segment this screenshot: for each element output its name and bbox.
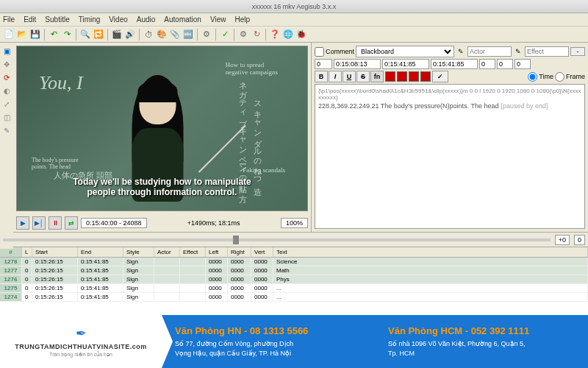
open-icon[interactable]: 📂 [16,29,28,40]
settings-icon[interactable]: ⚙ [237,29,249,40]
margin-l-input[interactable] [479,59,495,69]
cell-effect [180,284,206,292]
frame-info: +1490ms; 18:1ms [187,219,240,227]
commit-button[interactable]: ✓ [432,71,448,82]
pause-button[interactable]: ⏸ [49,216,62,230]
comment-checkbox[interactable] [315,47,324,57]
color2-swatch[interactable] [397,71,407,82]
margin-r-input[interactable] [497,59,513,69]
replace-icon[interactable]: 🔁 [93,29,104,40]
video-display[interactable]: You, I How to spread negative campaigns … [16,46,308,211]
table-row[interactable]: 127700:15:26:150:15:41:85Sign00000000000… [0,266,588,275]
clip-tool-icon[interactable]: ◫ [2,113,11,122]
underline-button[interactable]: U [343,71,356,82]
attachments-icon[interactable]: 📎 [169,29,181,40]
table-row[interactable]: 127800:15:26:150:15:41:85Sign00000000000… [0,258,588,266]
time-radio[interactable] [528,72,537,82]
audio-pos-input[interactable]: +0 [555,235,570,245]
redo-icon[interactable]: ↷ [61,29,73,40]
open-audio-icon[interactable]: 🔊 [124,29,136,40]
cell-text: Phys [273,275,588,283]
margin-v-input[interactable] [514,59,531,69]
col-effect[interactable]: Effect [180,247,206,257]
color4-swatch[interactable] [420,71,431,82]
end-time-input[interactable] [382,59,429,69]
spellcheck-icon[interactable]: ✓ [219,29,231,40]
find-icon[interactable]: 🔍 [79,29,91,40]
menu-file[interactable]: File [3,15,15,24]
cell-end: 0:15:41:85 [78,275,123,283]
cell-effect [180,275,206,283]
cell-text: ... [273,293,588,301]
table-row[interactable]: 127400:15:26:150:15:41:85Sign00000000000… [0,293,588,302]
menu-audio[interactable]: Audio [137,15,156,24]
style-select[interactable]: Blackboard [356,46,454,57]
menu-automation[interactable]: Automation [164,15,201,24]
help-icon[interactable]: ❓ [269,29,281,40]
subtitle-text-area[interactable]: {\p1\pos(xxxxx)\bord0\shad0\1c&H3b5951&\… [315,84,585,229]
cell-num: 1278 [0,258,22,266]
style-edit-icon[interactable]: ✎ [456,48,466,55]
layer-input[interactable] [315,59,332,69]
color3-swatch[interactable] [409,71,419,82]
shift-times-icon[interactable]: ⏱ [143,29,154,40]
styles-manager-icon[interactable]: 🎨 [156,29,168,40]
cycle-tag-icon[interactable]: ↻ [251,29,262,40]
menu-edit[interactable]: Edit [24,15,36,24]
col-L[interactable]: L [22,247,32,257]
audio-dur-input[interactable]: 0 [574,235,585,245]
window-titlebar: xxxxxx 16 mkv Aegisub 3.x.x [0,0,588,13]
drag-tool-icon[interactable]: ✥ [2,60,11,69]
col-end[interactable]: End [78,247,123,257]
col-vert[interactable]: Vert [251,247,273,257]
bold-button[interactable]: B [315,71,328,82]
effect-input[interactable] [525,46,569,57]
col-actor[interactable]: Actor [154,247,180,257]
new-icon[interactable]: 📄 [3,29,15,40]
italic-button[interactable]: I [329,71,342,82]
font-button[interactable]: fn [370,71,384,82]
actor-edit-icon[interactable]: ✎ [513,48,523,55]
col-right[interactable]: Right [228,247,251,257]
play-button[interactable]: ▶ [16,216,29,230]
play-line-button[interactable]: ▶│ [32,216,46,230]
rotate-z-tool-icon[interactable]: ⟳ [2,74,11,82]
menu-view[interactable]: View [210,15,226,24]
video-seek-slider[interactable] [3,238,551,241]
cell-text: ... [273,284,588,292]
col-style[interactable]: Style [123,247,154,257]
col-text[interactable]: Text [273,247,588,257]
actor-input[interactable] [467,46,512,57]
col-left[interactable]: Left [206,247,228,257]
menu-help[interactable]: Help [234,15,250,24]
table-row[interactable]: 127500:15:26:150:15:41:85Sign00000000000… [0,284,588,293]
save-icon[interactable]: 💾 [29,29,41,40]
menu-timing[interactable]: Timing [79,15,101,24]
standard-tool-icon[interactable]: ▣ [2,47,11,56]
automation-icon[interactable]: ⚙ [201,29,212,40]
zoom-display[interactable]: 100% [281,218,308,228]
menu-video[interactable]: Video [109,15,127,24]
table-row[interactable]: 127600:15:26:150:15:41:85Sign00000000000… [0,275,588,284]
col-start[interactable]: Start [32,247,78,257]
cell-style: Sign [123,293,154,301]
color1-swatch[interactable] [385,71,395,82]
open-video-icon[interactable]: 🎬 [111,29,123,40]
undo-icon[interactable]: ↶ [48,29,60,40]
menu-subtitle[interactable]: Subtitle [45,15,69,24]
scale-tool-icon[interactable]: ⤢ [2,100,11,109]
duration-input[interactable] [431,59,478,69]
strike-button[interactable]: S [356,71,370,82]
forum-icon[interactable]: 🌐 [282,29,294,40]
hn-title: Văn Phòng HN - 08 1313 5566 [175,325,362,336]
rotate-xy-tool-icon[interactable]: ◐ [2,87,11,96]
autoscroll-button[interactable]: ⇄ [65,216,78,230]
start-time-input[interactable] [334,59,381,69]
line-content: 228.8,369.22,249.21 The body's pressure(… [318,102,581,110]
frame-radio[interactable] [555,72,564,82]
cell-left: 0000 [206,266,228,275]
fonts-collector-icon[interactable]: 🔤 [182,29,194,40]
video-panel: You, I How to spread negative campaigns … [13,43,312,232]
vector-clip-tool-icon[interactable]: ✎ [2,127,11,135]
bug-icon[interactable]: 🐞 [295,29,307,40]
